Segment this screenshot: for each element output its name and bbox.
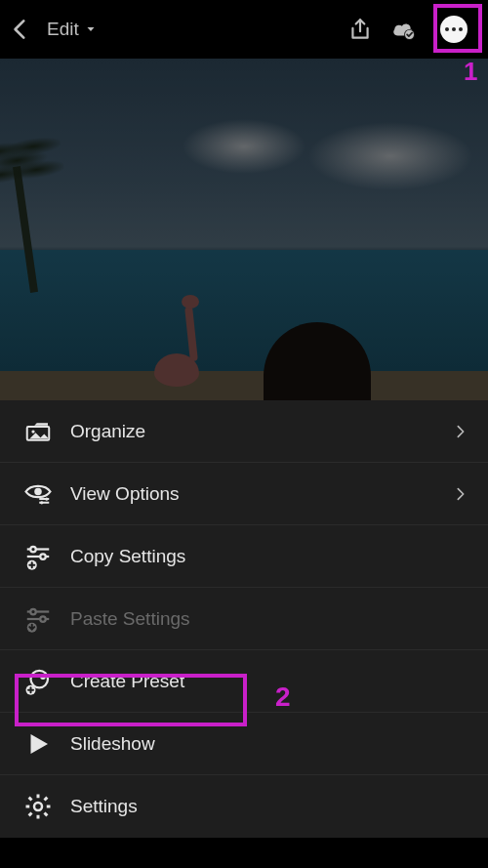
sliders-down-icon (23, 604, 53, 634)
preset-plus-icon (23, 667, 53, 696)
annotation-label-1: 1 (464, 57, 477, 87)
menu-item-slideshow[interactable]: Slideshow (0, 713, 488, 775)
svg-point-20 (40, 674, 46, 680)
svg-point-7 (45, 497, 48, 500)
menu-item-view-options[interactable]: View Options (0, 463, 488, 525)
menu-item-paste-settings: Paste Settings (0, 588, 488, 650)
photo-decoration (0, 371, 488, 400)
chevron-right-icon (453, 424, 468, 439)
top-bar-left: Edit (8, 17, 97, 42)
chevron-down-icon (85, 23, 97, 35)
menu-item-label: View Options (70, 483, 435, 505)
menu-item-label: Paste Settings (70, 608, 468, 630)
svg-line-30 (45, 798, 48, 801)
chevron-left-icon (8, 17, 33, 42)
menu-item-label: Slideshow (70, 733, 468, 755)
photo-decoration (264, 322, 371, 400)
share-icon (347, 17, 373, 42)
svg-point-12 (40, 554, 46, 559)
photo-decoration (13, 166, 38, 293)
photo-decoration (146, 293, 215, 400)
svg-line-29 (29, 813, 32, 816)
photo-decoration (176, 98, 488, 195)
svg-point-19 (31, 670, 49, 687)
eye-settings-icon (23, 479, 53, 509)
more-icon (440, 16, 468, 43)
back-button[interactable] (8, 17, 33, 42)
play-icon (23, 729, 53, 759)
svg-point-16 (30, 608, 36, 614)
menu-item-copy-settings[interactable]: Copy Settings (0, 525, 488, 588)
menu-item-label: Create Preset (70, 671, 468, 692)
svg-point-22 (34, 803, 42, 810)
overflow-menu: Organize View Options Copy Settings Past… (0, 400, 488, 838)
share-button[interactable] (347, 17, 373, 42)
svg-point-11 (30, 546, 36, 552)
svg-point-17 (40, 616, 46, 622)
menu-item-label: Organize (70, 421, 435, 442)
more-options-button[interactable] (433, 9, 474, 50)
menu-item-organize[interactable]: Organize (0, 400, 488, 463)
svg-point-8 (40, 501, 43, 504)
organize-icon (23, 417, 53, 446)
menu-item-create-preset[interactable]: Create Preset (0, 650, 488, 713)
cloud-sync-button[interactable] (390, 17, 416, 42)
top-bar: Edit (0, 0, 488, 59)
svg-line-27 (29, 798, 32, 801)
annotation-label-2: 2 (275, 682, 291, 713)
photo-preview[interactable] (0, 59, 488, 400)
menu-item-label: Copy Settings (70, 546, 468, 567)
top-bar-right (347, 9, 480, 50)
svg-point-3 (31, 430, 34, 433)
mode-dropdown[interactable]: Edit (47, 19, 97, 40)
menu-item-label: Settings (70, 796, 468, 817)
photo-decoration (0, 250, 488, 400)
svg-line-28 (45, 813, 48, 816)
svg-point-4 (34, 487, 42, 495)
cloud-check-icon (390, 17, 416, 42)
chevron-right-icon (453, 486, 468, 502)
sliders-plus-icon (23, 542, 53, 571)
gear-icon (23, 792, 53, 821)
mode-label: Edit (47, 19, 79, 40)
menu-item-settings[interactable]: Settings (0, 775, 488, 838)
